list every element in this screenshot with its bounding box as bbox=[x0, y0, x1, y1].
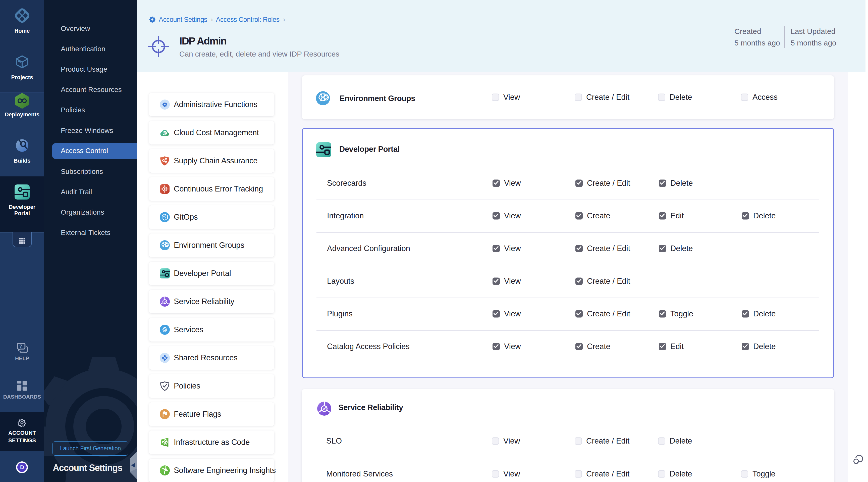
svg-text:$: $ bbox=[164, 131, 166, 135]
